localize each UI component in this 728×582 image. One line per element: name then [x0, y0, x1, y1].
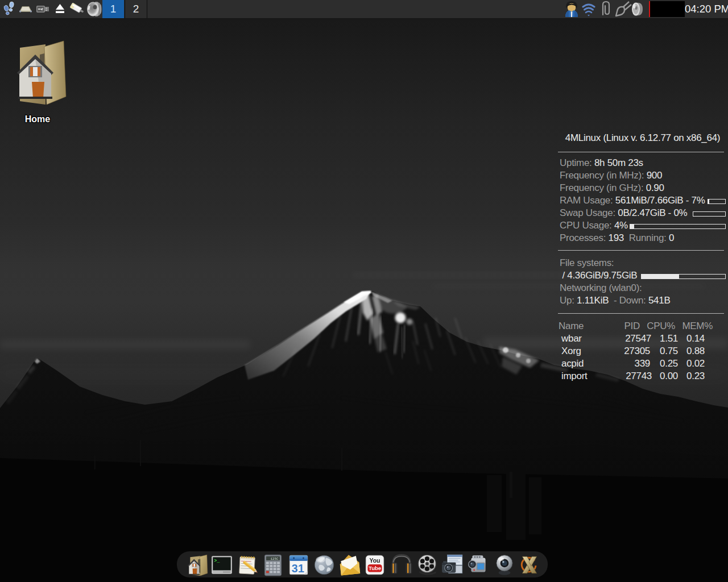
- svg-text:31: 31: [292, 562, 304, 575]
- svg-text:>_: >_: [214, 558, 220, 564]
- svg-text:You: You: [369, 557, 380, 564]
- svg-text:125C: 125C: [271, 557, 279, 561]
- svg-text:Tube: Tube: [369, 565, 381, 571]
